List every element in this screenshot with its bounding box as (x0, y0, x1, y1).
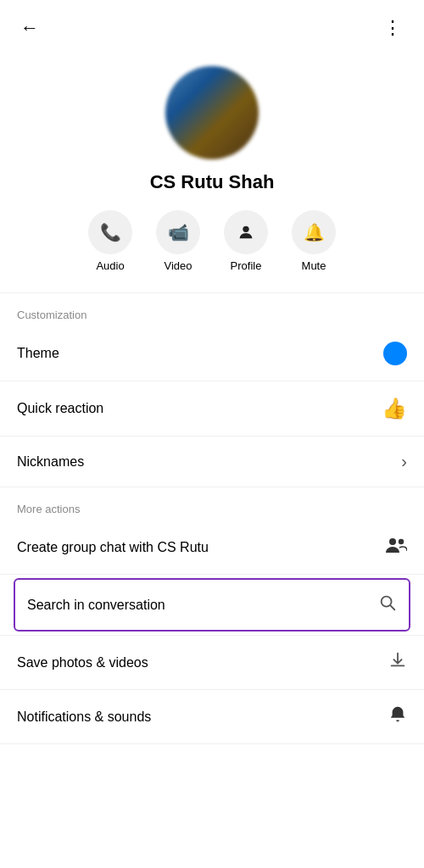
avatar (165, 66, 259, 159)
nicknames-label: Nicknames (17, 454, 84, 470)
nicknames-item[interactable]: Nicknames › (0, 437, 424, 487)
back-button[interactable]: ← (17, 14, 42, 42)
profile-section: CS Rutu Shah 📞 Audio 📹 Video Profile 🔔 M… (0, 49, 424, 292)
video-action[interactable]: 📹 Video (156, 210, 200, 272)
action-buttons: 📞 Audio 📹 Video Profile 🔔 Mute (88, 210, 336, 272)
mute-label: Mute (302, 259, 326, 272)
save-photos-item[interactable]: Save photos & videos (0, 636, 424, 689)
audio-icon: 📞 (88, 210, 132, 254)
audio-label: Audio (96, 259, 124, 272)
chevron-right-icon: › (401, 452, 407, 471)
theme-dot-icon (383, 342, 407, 365)
mute-action[interactable]: 🔔 Mute (292, 210, 336, 272)
save-photos-label: Save photos & videos (17, 655, 148, 670)
customization-header: Customization (0, 293, 424, 326)
search-conversation-item[interactable]: Search in conversation (14, 578, 410, 632)
mute-icon: 🔔 (292, 210, 336, 254)
divider-8 (0, 743, 424, 744)
profile-name: CS Rutu Shah (150, 171, 275, 193)
video-icon: 📹 (156, 210, 200, 254)
more-options-button[interactable]: ⋮ (380, 14, 407, 42)
bell-icon (388, 705, 407, 728)
profile-label: Profile (231, 259, 262, 272)
create-group-item[interactable]: Create group chat with CS Rutu (0, 520, 424, 574)
notifications-label: Notifications & sounds (17, 709, 151, 725)
create-group-label: Create group chat with CS Rutu (17, 540, 209, 555)
svg-point-1 (389, 538, 396, 545)
theme-label: Theme (17, 346, 59, 361)
svg-line-4 (390, 605, 394, 609)
search-conversation-label: Search in conversation (27, 598, 165, 613)
download-icon (388, 651, 407, 674)
notifications-item[interactable]: Notifications & sounds (0, 690, 424, 743)
group-icon (385, 536, 407, 559)
profile-icon (224, 210, 268, 254)
quick-reaction-label: Quick reaction (17, 401, 103, 416)
theme-item[interactable]: Theme (0, 326, 424, 381)
audio-action[interactable]: 📞 Audio (88, 210, 132, 272)
svg-point-0 (243, 226, 248, 232)
video-label: Video (164, 259, 192, 272)
search-icon (378, 593, 397, 616)
top-bar: ← ⋮ (0, 0, 424, 49)
profile-action[interactable]: Profile (224, 210, 268, 272)
svg-point-2 (399, 539, 404, 544)
quick-reaction-item[interactable]: Quick reaction 👍 (0, 381, 424, 436)
more-actions-header: More actions (0, 487, 424, 520)
thumbsup-icon: 👍 (382, 397, 407, 420)
